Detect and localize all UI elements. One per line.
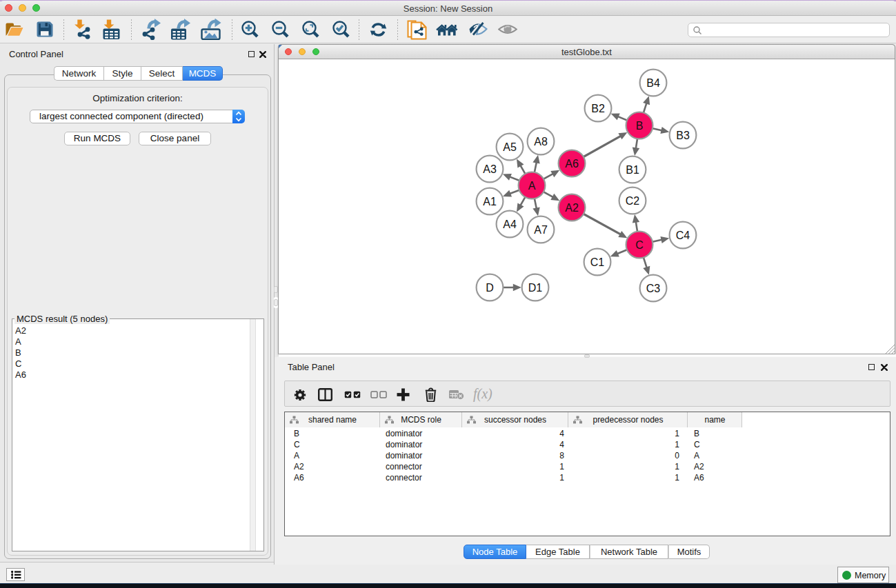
- svg-text:B3: B3: [676, 130, 690, 141]
- svg-text:A2: A2: [565, 202, 579, 214]
- svg-text:C2: C2: [626, 195, 640, 207]
- svg-text:A6: A6: [565, 158, 579, 170]
- svg-text:A4: A4: [503, 219, 517, 230]
- svg-text:A8: A8: [534, 136, 548, 148]
- svg-text:A1: A1: [483, 196, 497, 207]
- svg-text:D: D: [486, 282, 494, 294]
- svg-text:B2: B2: [591, 103, 605, 114]
- svg-text:A7: A7: [534, 224, 548, 236]
- svg-text:B: B: [636, 120, 644, 132]
- svg-text:D1: D1: [528, 282, 543, 294]
- svg-text:B1: B1: [626, 164, 639, 176]
- svg-text:C4: C4: [676, 230, 690, 241]
- svg-text:C3: C3: [646, 283, 661, 294]
- svg-text:A5: A5: [503, 141, 517, 153]
- svg-text:B4: B4: [646, 77, 660, 89]
- svg-text:A3: A3: [483, 163, 497, 175]
- svg-text:C: C: [635, 239, 644, 251]
- svg-text:A: A: [528, 180, 536, 192]
- svg-text:C1: C1: [590, 256, 605, 268]
